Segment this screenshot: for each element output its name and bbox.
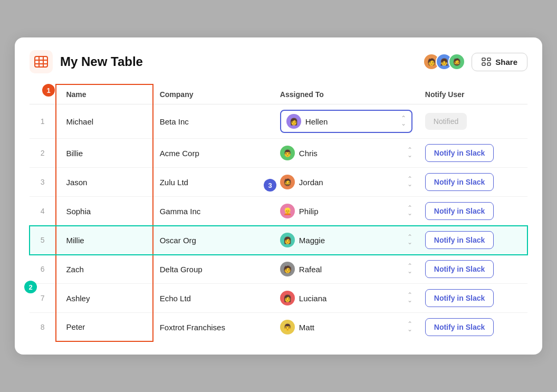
person-avatar: 👩 [280, 233, 295, 247]
notify-slack-button[interactable]: Notify in Slack [425, 289, 494, 307]
notified-button: Notified [425, 113, 467, 130]
svg-rect-8 [487, 63, 491, 65]
cell-assigned: 👩Luciana⌃⌄ [274, 284, 419, 313]
badge-3: 3 [264, 179, 276, 192]
table-row: 6ZachDelta Group🧑Rafeal⌃⌄Notify in Slack [30, 255, 527, 284]
cell-name: Peter [56, 313, 152, 342]
assigned-name: Philip [299, 207, 319, 216]
share-button[interactable]: Share [472, 53, 527, 71]
person-avatar: 👨 [280, 146, 295, 160]
collaborator-avatars: 🧑 👧 🧔 [423, 53, 465, 70]
notify-slack-button[interactable]: Notify in Slack [425, 318, 494, 336]
share-label: Share [495, 58, 517, 66]
row-number: 2 [30, 139, 56, 168]
cell-assigned: 👱Philip⌃⌄ [274, 197, 419, 226]
row-number: 1 [30, 104, 56, 139]
avatar-hellen: 👩 [286, 114, 301, 129]
cell-notify: Notify in Slack [419, 226, 527, 255]
table-icon [30, 50, 53, 73]
notify-slack-button[interactable]: Notify in Slack [425, 144, 494, 162]
table-row: 2BillieAcme Corp👨Chris⌃⌄Notify in Slack [30, 139, 527, 168]
row-number: 5 [30, 226, 56, 255]
avatar-3: 🧔 [448, 53, 465, 70]
table-row: 5MillieOscar Org👩Maggie⌃⌄Notify in Slack [30, 226, 527, 255]
cell-company: Acme Corp [153, 139, 274, 168]
assigned-name: Rafeal [299, 265, 322, 274]
cell-assigned: 👨Chris⌃⌄ [274, 139, 419, 168]
cell-notify: Notify in Slack [419, 139, 527, 168]
cell-assigned[interactable]: 👩Hellen⌃⌄ [274, 104, 419, 139]
cell-name: Zach [56, 255, 152, 284]
assigned-name: Hellen [305, 117, 328, 126]
chevron-icon[interactable]: ⌃⌄ [407, 148, 412, 158]
person-avatar: 👱 [280, 204, 295, 218]
col-header-notify: Notify User [419, 84, 527, 104]
cell-notify: Notify in Slack [419, 197, 527, 226]
chevron-icon[interactable]: ⌃⌄ [407, 293, 412, 303]
cell-notify: Notify in Slack [419, 284, 527, 313]
header-right: 🧑 👧 🧔 Share [423, 53, 527, 71]
table-row: 7AshleyEcho Ltd👩Luciana⌃⌄Notify in Slack [30, 284, 527, 313]
person-avatar: 🧔 [280, 175, 295, 189]
cell-company: Gamma Inc [153, 197, 274, 226]
notify-slack-button[interactable]: Notify in Slack [425, 260, 494, 278]
cell-notify: Notify in Slack [419, 168, 527, 197]
cell-company: Beta Inc [153, 104, 274, 139]
cell-company: Oscar Org [153, 226, 274, 255]
cell-assigned: 🧑Rafeal⌃⌄ [274, 255, 419, 284]
chevron-icon: ⌃⌄ [401, 116, 406, 126]
col-header-company: Company [153, 84, 274, 104]
badge-2: 2 [24, 281, 37, 293]
cell-name: Sophia [56, 197, 152, 226]
row-number: 3 [30, 168, 56, 197]
cell-name: Millie [56, 226, 152, 255]
person-avatar: 🧑 [280, 262, 295, 276]
notify-slack-button[interactable]: Notify in Slack [425, 173, 494, 191]
assigned-dropdown-hellen[interactable]: 👩Hellen⌃⌄ [280, 110, 412, 133]
main-table: Name Company Assigned To Notify User 1Mi… [30, 84, 527, 342]
col-header-assigned: Assigned To [274, 84, 419, 104]
cell-name: Billie [56, 139, 152, 168]
svg-rect-0 [35, 56, 47, 67]
cell-company: Delta Group [153, 255, 274, 284]
assigned-name: Maggie [299, 236, 325, 245]
cell-name: Michael [56, 104, 152, 139]
chevron-icon[interactable]: ⌃⌄ [407, 264, 412, 274]
cell-company: Echo Ltd [153, 284, 274, 313]
badge-1: 1 [42, 84, 55, 97]
cell-assigned: 🧔Jordan⌃⌄ [274, 168, 419, 197]
page-title: My New Table [60, 54, 143, 69]
chevron-icon[interactable]: ⌃⌄ [407, 177, 412, 187]
svg-rect-6 [487, 58, 491, 61]
person-avatar: 👨 [280, 320, 295, 334]
person-avatar: 👩 [280, 291, 295, 305]
chevron-icon[interactable]: ⌃⌄ [407, 235, 412, 245]
cell-name: Jason [56, 168, 152, 197]
cell-company: Foxtrot Franchises [153, 313, 274, 342]
cell-notify: Notify in Slack [419, 313, 527, 342]
cell-name: Ashley [56, 284, 152, 313]
header: My New Table 🧑 👧 🧔 Share [30, 50, 527, 73]
notify-slack-button[interactable]: Notify in Slack [425, 202, 494, 220]
svg-rect-5 [482, 58, 485, 61]
chevron-icon[interactable]: ⌃⌄ [407, 206, 412, 216]
col-header-name: Name [56, 84, 152, 104]
chevron-icon[interactable]: ⌃⌄ [407, 322, 412, 332]
row-number: 4 [30, 197, 56, 226]
cell-company: Zulu Ltd [153, 168, 274, 197]
svg-rect-7 [482, 63, 485, 65]
header-left: My New Table [30, 50, 143, 73]
assigned-name: Matt [299, 323, 314, 332]
cell-notify: Notified [419, 104, 527, 139]
table-row: 8PeterFoxtrot Franchises👨Matt⌃⌄Notify in… [30, 313, 527, 342]
row-number: 6 [30, 255, 56, 284]
row-number: 8 [30, 313, 56, 342]
table-row: 4SophiaGamma Inc👱Philip⌃⌄Notify in Slack [30, 197, 527, 226]
table-container: 1 2 3 Name Company Assigned To Notify Us… [30, 84, 527, 342]
cell-notify: Notify in Slack [419, 255, 527, 284]
main-card: My New Table 🧑 👧 🧔 Share 1 [15, 37, 542, 355]
cell-assigned: 👩Maggie⌃⌄ [274, 226, 419, 255]
notify-slack-button[interactable]: Notify in Slack [425, 231, 494, 249]
table-row: 3JasonZulu Ltd🧔Jordan⌃⌄Notify in Slack [30, 168, 527, 197]
table-row: 1MichaelBeta Inc👩Hellen⌃⌄Notified [30, 104, 527, 139]
